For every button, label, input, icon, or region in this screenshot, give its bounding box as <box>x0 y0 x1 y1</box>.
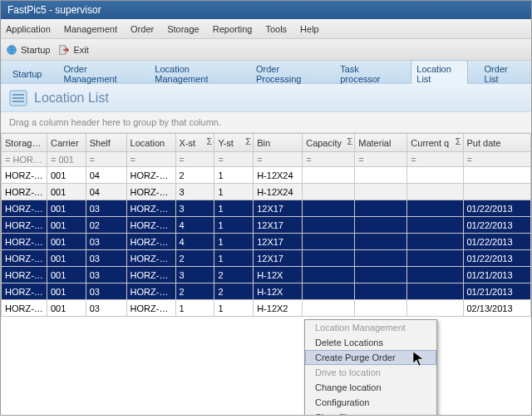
col-x-st[interactable]: X-stΣ <box>175 134 214 152</box>
cell[interactable]: HORZ-01 <box>2 184 47 200</box>
cell[interactable]: H-12X <box>254 267 303 283</box>
col-material[interactable]: Material <box>355 134 407 152</box>
cell[interactable]: HORZ-01 <box>2 300 47 317</box>
cell[interactable]: H-12X24 <box>254 184 303 200</box>
cell[interactable]: 03 <box>86 234 126 250</box>
cell[interactable]: 2 <box>214 267 254 283</box>
cell[interactable]: 2 <box>175 167 214 184</box>
table-row[interactable]: HORZ-0100104HORZ-01…21H-12X24 <box>2 167 531 184</box>
menu-help[interactable]: Help <box>300 24 319 34</box>
cell[interactable]: 03 <box>86 250 126 267</box>
cell[interactable] <box>407 250 463 267</box>
startup-button[interactable]: Startup <box>6 44 50 56</box>
cell[interactable] <box>463 184 531 200</box>
cell[interactable] <box>355 250 407 267</box>
cell[interactable] <box>407 184 463 200</box>
cell[interactable]: 2 <box>214 283 254 300</box>
cell[interactable]: HORZ-01… <box>126 267 175 283</box>
table-row[interactable]: HORZ-0100103HORZ-01…4112X1701/22/2013 <box>2 234 531 250</box>
cell[interactable]: H-12X24 <box>254 167 303 184</box>
cell[interactable]: 02 <box>86 217 126 234</box>
cell[interactable]: 01/22/2013 <box>463 234 531 250</box>
cell[interactable] <box>407 167 463 184</box>
table-row[interactable]: HORZ-0100102HORZ-01…4112X1701/22/2013 <box>2 217 531 234</box>
cell[interactable] <box>463 167 531 184</box>
menu-tools[interactable]: Tools <box>265 24 287 34</box>
group-by-row[interactable]: Drag a column header here to group by th… <box>1 112 531 133</box>
menu-order[interactable]: Order <box>131 24 154 34</box>
cell[interactable]: 1 <box>214 167 254 184</box>
table-row[interactable]: HORZ-0100103HORZ-01…3112X1701/22/2013 <box>2 200 531 217</box>
cell[interactable]: 001 <box>47 283 86 300</box>
filter-cell[interactable]: = <box>355 152 407 167</box>
cell[interactable]: 03 <box>86 283 126 300</box>
cell[interactable]: 03 <box>86 200 126 217</box>
ctx-delete-locations[interactable]: Delete Locations <box>305 335 436 350</box>
ctx-create-purge-order[interactable]: Create Purge Order <box>305 350 436 365</box>
table-row[interactable]: HORZ-0100103HORZ-01…22H-12X01/21/2013 <box>2 283 531 300</box>
cell[interactable]: 4 <box>175 217 214 234</box>
cell[interactable]: 1 <box>214 250 254 267</box>
cell[interactable] <box>355 217 407 234</box>
tab-order-list[interactable]: Order List <box>480 61 525 87</box>
cell[interactable] <box>303 267 355 283</box>
cell[interactable] <box>303 167 355 184</box>
filter-cell[interactable]: = <box>175 152 214 167</box>
filter-cell[interactable]: = 001 <box>47 152 86 167</box>
menu-storage[interactable]: Storage <box>167 24 200 34</box>
menu-reporting[interactable]: Reporting <box>213 24 253 34</box>
cell[interactable]: 3 <box>175 200 214 217</box>
cell[interactable]: 001 <box>47 184 86 200</box>
cell[interactable]: HORZ-01… <box>126 184 175 200</box>
table-row[interactable]: HORZ-0100104HORZ-01…31H-12X24 <box>2 184 531 200</box>
cell[interactable]: 1 <box>214 217 254 234</box>
filter-cell[interactable]: = <box>86 152 126 167</box>
cell[interactable] <box>407 300 463 317</box>
cell[interactable]: 01/22/2013 <box>463 217 531 234</box>
cell[interactable] <box>355 283 407 300</box>
cell[interactable]: 1 <box>214 184 254 200</box>
cell[interactable]: H-12X <box>254 283 303 300</box>
tab-order-management[interactable]: Order Management <box>58 61 138 87</box>
cell[interactable]: HORZ-01… <box>126 200 175 217</box>
ctx-configuration[interactable]: Configuration <box>305 395 436 410</box>
cell[interactable]: 001 <box>47 300 86 317</box>
cell[interactable]: HORZ-01… <box>126 167 175 184</box>
col-storage-u[interactable]: Storage u <box>2 134 47 152</box>
cell[interactable]: 04 <box>86 167 126 184</box>
col-shelf[interactable]: Shelf <box>86 134 126 152</box>
cell[interactable] <box>355 167 407 184</box>
filter-cell[interactable]: = <box>214 152 254 167</box>
cell[interactable]: 1 <box>214 300 254 317</box>
cell[interactable] <box>303 200 355 217</box>
table-row[interactable]: HORZ-0100103HORZ-01…11H-12X202/13/2013 <box>2 300 531 317</box>
cell[interactable] <box>407 267 463 283</box>
cell[interactable]: 03 <box>86 267 126 283</box>
col-current-q[interactable]: Current qΣ <box>407 134 463 152</box>
cell[interactable]: 4 <box>175 234 214 250</box>
col-put-date[interactable]: Put date <box>463 134 531 152</box>
cell[interactable]: 001 <box>47 200 86 217</box>
tab-location-management[interactable]: Location Management <box>150 61 239 87</box>
column-headers[interactable]: Storage uCarrierShelfLocationX-stΣY-stΣB… <box>2 134 531 152</box>
cell[interactable]: 2 <box>175 250 214 267</box>
cell[interactable]: 01/21/2013 <box>463 267 531 283</box>
cell[interactable]: HORZ-01… <box>126 234 175 250</box>
table-row[interactable]: HORZ-0100103HORZ-01…32H-12X01/21/2013 <box>2 267 531 283</box>
cell[interactable] <box>303 234 355 250</box>
cell[interactable]: 001 <box>47 250 86 267</box>
cell[interactable] <box>303 217 355 234</box>
cell[interactable] <box>303 250 355 267</box>
cell[interactable] <box>355 234 407 250</box>
cell[interactable]: HORZ-01 <box>2 200 47 217</box>
tab-startup[interactable]: Startup <box>7 66 47 82</box>
cell[interactable] <box>303 184 355 200</box>
cell[interactable]: 01/22/2013 <box>463 200 531 217</box>
table-row[interactable]: HORZ-0100103HORZ-01…2112X1701/22/2013 <box>2 250 531 267</box>
cell[interactable]: 3 <box>175 267 214 283</box>
cell[interactable]: 01/21/2013 <box>463 283 531 300</box>
cell[interactable]: 3 <box>175 184 214 200</box>
cell[interactable]: 1 <box>214 234 254 250</box>
col-capacity[interactable]: CapacityΣ <box>303 134 355 152</box>
data-grid[interactable]: Storage uCarrierShelfLocationX-stΣY-stΣB… <box>1 133 531 415</box>
